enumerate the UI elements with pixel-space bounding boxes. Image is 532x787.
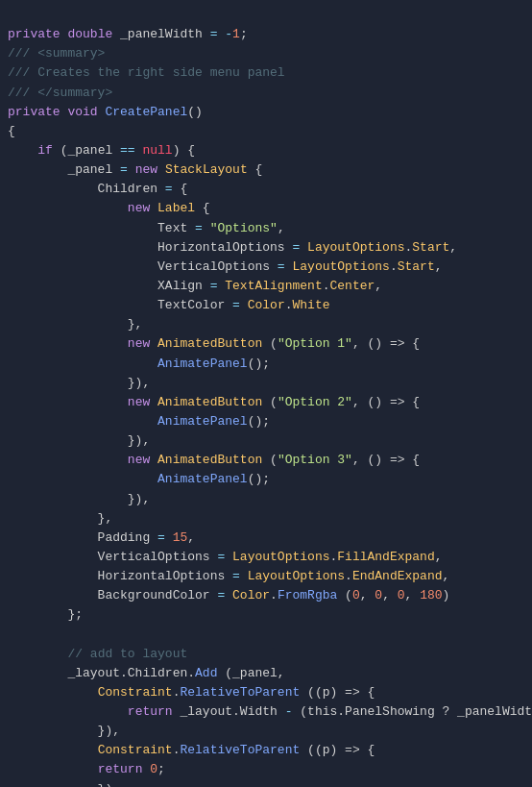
- token-class-name: AnimatedButton: [157, 453, 262, 467]
- token-plain: ;: [240, 27, 248, 41]
- line-content: return _layout.Width - (this.PanelShowin…: [8, 702, 532, 722]
- line-content: },: [8, 509, 524, 529]
- line-content: new Label {: [8, 199, 524, 218]
- code-line: private double _panelWidth = -1;: [0, 25, 532, 44]
- token-number: 0: [375, 588, 382, 603]
- line-content: private double _panelWidth = -1;: [8, 25, 524, 44]
- line-content: new AnimatedButton ("Option 1", () => {: [8, 334, 524, 354]
- token-plain: [8, 357, 157, 371]
- line-content: }),: [8, 431, 524, 451]
- token-plain: _layout.Width: [173, 704, 285, 719]
- token-plain: .: [270, 588, 278, 603]
- token-class-name: LayoutOptions: [232, 550, 329, 564]
- line-content: {: [8, 122, 524, 141]
- line-content: }),: [8, 780, 524, 787]
- token-comment: /// </summary>: [8, 86, 112, 100]
- token-plain: }),: [8, 433, 150, 448]
- line-content: _panel = new StackLayout {: [8, 160, 524, 180]
- line-content: AnimatePanel();: [8, 412, 524, 431]
- code-line: if (_panel == null) {: [0, 141, 532, 160]
- token-number: 1: [232, 27, 240, 41]
- line-content: Children = {: [8, 180, 524, 199]
- token-class-name: Color: [232, 588, 270, 603]
- token-plain: }),: [8, 376, 150, 390]
- line-content: new AnimatedButton ("Option 2", () => {: [8, 393, 524, 412]
- token-plain: }),: [8, 782, 120, 787]
- token-plain: ,: [278, 221, 285, 235]
- token-func: RelativeToParent: [180, 685, 300, 700]
- line-content: }),: [8, 490, 524, 509]
- line-content: Constraint.RelativeToParent ((p) => {: [8, 741, 524, 760]
- token-class-name: Constraint: [98, 743, 173, 757]
- line-content: /// </summary>: [8, 84, 524, 103]
- token-number: 0: [352, 588, 360, 603]
- line-content: XAlign = TextAlignment.Center,: [8, 277, 524, 296]
- code-line: AnimatePanel();: [0, 355, 532, 374]
- line-content: };: [8, 605, 524, 625]
- code-line: }),: [0, 490, 532, 509]
- token-class-name: Constraint: [98, 685, 173, 700]
- token-plain: ((p) => {: [300, 685, 375, 700]
- token-plain: [150, 336, 157, 351]
- token-plain: _panel: [8, 162, 120, 177]
- line-content: BackgroundColor = Color.FromRgba (0, 0, …: [8, 586, 524, 605]
- token-number: 0: [150, 762, 157, 776]
- token-op: =: [195, 221, 203, 235]
- code-line: },: [0, 509, 532, 529]
- token-plain: [165, 530, 173, 545]
- token-plain: {: [248, 162, 263, 177]
- token-number: 15: [173, 530, 188, 545]
- token-plain: [128, 162, 135, 177]
- token-plain: ();: [248, 472, 270, 486]
- token-plain: },: [8, 511, 112, 526]
- line-content: // add to layout: [8, 645, 524, 664]
- token-class-name: StackLayout: [165, 162, 248, 177]
- code-line: HorizontalOptions = LayoutOptions.EndAnd…: [0, 567, 532, 586]
- line-content: Padding = 15,: [8, 529, 524, 548]
- token-plain: ,: [360, 588, 375, 603]
- token-plain: BackgroundColor: [8, 588, 217, 603]
- token-op: =: [157, 530, 165, 545]
- code-line: }),: [0, 722, 532, 741]
- token-plain: ,: [375, 279, 382, 293]
- token-plain: , () => {: [352, 453, 420, 467]
- token-plain: (_panel: [53, 143, 120, 158]
- line-content: _layout.Children.Add (_panel,: [8, 664, 524, 683]
- line-content: VerticalOptions = LayoutOptions.FillAndE…: [8, 548, 524, 567]
- token-plain: ();: [248, 357, 270, 371]
- token-enum: White: [293, 298, 330, 312]
- token-kw: new: [128, 201, 150, 215]
- token-plain: (this.PanelShowing ? _panelWidth :: [292, 704, 532, 719]
- token-plain: ,: [435, 550, 443, 564]
- code-line: AnimatePanel();: [0, 412, 532, 431]
- token-plain: {: [173, 182, 188, 196]
- token-kw: private: [8, 105, 60, 119]
- code-line: return _layout.Width - (this.PanelShowin…: [0, 702, 532, 722]
- code-line: return 0;: [0, 760, 532, 779]
- code-line: },: [0, 315, 532, 334]
- code-line: TextColor = Color.White: [0, 296, 532, 315]
- token-op: -: [225, 27, 232, 41]
- code-line: // add to layout: [0, 645, 532, 664]
- token-plain: [8, 762, 98, 776]
- token-plain: VerticalOptions: [8, 550, 217, 564]
- token-plain: Padding: [8, 530, 157, 545]
- line-content: TextColor = Color.White: [8, 296, 524, 315]
- line-content: Constraint.RelativeToParent ((p) => {: [8, 683, 524, 702]
- line-content: VerticalOptions = LayoutOptions.Start,: [8, 258, 524, 277]
- token-op: =: [232, 569, 240, 583]
- token-plain: ,: [405, 588, 421, 603]
- token-func: AnimatePanel: [157, 414, 248, 429]
- token-string: "Option 2": [278, 395, 352, 409]
- code-line: BackgroundColor = Color.FromRgba (0, 0, …: [0, 586, 532, 605]
- code-line: [0, 626, 532, 645]
- token-plain: (_panel,: [217, 666, 284, 680]
- code-line: };: [0, 605, 532, 625]
- token-plain: HorizontalOptions: [8, 569, 232, 583]
- token-kw: if: [37, 143, 53, 158]
- token-plain: {: [195, 201, 210, 215]
- token-plain: , () => {: [352, 336, 420, 351]
- code-line: Children = {: [0, 180, 532, 199]
- token-class-name: LayoutOptions: [292, 259, 389, 274]
- token-class-name: LayoutOptions: [307, 240, 404, 255]
